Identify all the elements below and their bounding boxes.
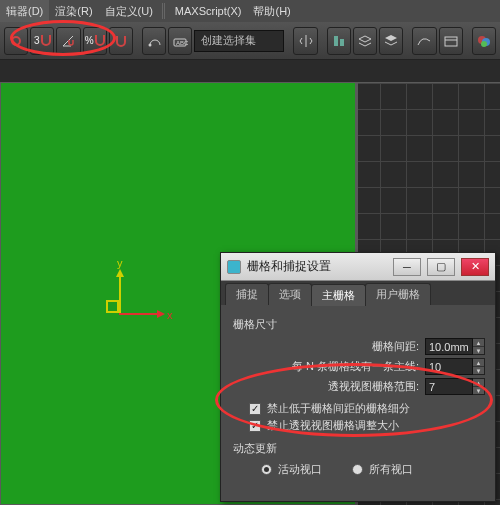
minimize-button[interactable]: ─ bbox=[393, 258, 421, 276]
persp-extent-spinner[interactable]: ▲▼ bbox=[425, 378, 485, 395]
axis-x-label: x bbox=[167, 309, 173, 321]
spinner-arrows-icon[interactable]: ▲▼ bbox=[473, 378, 485, 395]
percent-snap-button[interactable]: % bbox=[83, 27, 107, 55]
svg-point-10 bbox=[481, 41, 487, 47]
selection-set-input[interactable] bbox=[194, 30, 284, 52]
angle-magnet-icon bbox=[60, 33, 76, 49]
menu-maxscript[interactable]: MAXScript(X) bbox=[169, 0, 248, 22]
percent-label: % bbox=[85, 35, 94, 46]
inhibit-persp-resize-label: 禁止透视视图栅格调整大小 bbox=[267, 418, 399, 433]
snap-3-label: 3 bbox=[34, 35, 40, 46]
named-selection-button[interactable]: ABC bbox=[168, 27, 192, 55]
svg-rect-4 bbox=[334, 36, 338, 46]
grid-snap-settings-dialog: 栅格和捕捉设置 ─ ▢ ✕ 捕捉 选项 主栅格 用户栅格 栅格尺寸 栅格间距: … bbox=[220, 252, 496, 502]
tab-options[interactable]: 选项 bbox=[268, 283, 312, 305]
angle-snap-button[interactable] bbox=[56, 27, 80, 55]
spinner-arrows-icon[interactable]: ▲▼ bbox=[473, 338, 485, 355]
main-toolbar: 3 % ABC bbox=[0, 22, 500, 60]
menu-help[interactable]: 帮助(H) bbox=[247, 0, 296, 22]
magnet-icon bbox=[95, 34, 105, 48]
inhibit-persp-resize-checkbox[interactable]: ✓ bbox=[249, 420, 261, 432]
dialog-tabs: 捕捉 选项 主栅格 用户栅格 bbox=[221, 281, 495, 305]
tab-home-grid[interactable]: 主栅格 bbox=[311, 284, 366, 306]
spinner-snap-button[interactable] bbox=[109, 27, 133, 55]
menu-editor[interactable]: 辑器(D) bbox=[0, 0, 49, 22]
svg-point-0 bbox=[12, 37, 20, 45]
menu-customize[interactable]: 自定义(U) bbox=[99, 0, 159, 22]
layers-button[interactable] bbox=[353, 27, 377, 55]
grid-spacing-spinner[interactable]: ▲▼ bbox=[425, 338, 485, 355]
menu-bar: 辑器(D) 渲染(R) 自定义(U) MAXScript(X) 帮助(H) bbox=[0, 0, 500, 22]
spinner-arrows-icon[interactable]: ▲▼ bbox=[473, 358, 485, 375]
dialog-title-text: 栅格和捕捉设置 bbox=[247, 258, 331, 275]
persp-extent-input[interactable] bbox=[425, 378, 473, 395]
snap-3d-button[interactable]: 3 bbox=[30, 27, 54, 55]
nth-line-input[interactable] bbox=[425, 358, 473, 375]
grid-spacing-input[interactable] bbox=[425, 338, 473, 355]
layer-manager-button[interactable] bbox=[379, 27, 403, 55]
svg-rect-5 bbox=[340, 39, 344, 46]
radio-all-label: 所有视口 bbox=[369, 462, 413, 477]
align-button[interactable] bbox=[327, 27, 351, 55]
axis-y-label: y bbox=[117, 257, 123, 269]
radio-active-viewport[interactable]: 活动视口 bbox=[261, 462, 322, 477]
menu-render[interactable]: 渲染(R) bbox=[49, 0, 98, 22]
svg-text:ABC: ABC bbox=[176, 40, 188, 46]
radio-all-viewports[interactable]: 所有视口 bbox=[352, 462, 413, 477]
schematic-view-button[interactable] bbox=[439, 27, 463, 55]
snap-toggle-button[interactable] bbox=[4, 27, 28, 55]
menu-grip bbox=[162, 3, 166, 19]
dialog-body: 栅格尺寸 栅格间距: ▲▼ 每 N 条栅格线有一条主线: ▲▼ 透视视图栅格范围… bbox=[221, 305, 495, 485]
mirror-button[interactable] bbox=[293, 27, 317, 55]
persp-extent-label: 透视视图栅格范围: bbox=[328, 379, 419, 394]
maximize-button[interactable]: ▢ bbox=[427, 258, 455, 276]
dynamic-update-label: 动态更新 bbox=[233, 441, 485, 456]
dialog-app-icon bbox=[227, 260, 241, 274]
svg-point-1 bbox=[149, 43, 152, 46]
tab-snap[interactable]: 捕捉 bbox=[225, 283, 269, 305]
svg-rect-6 bbox=[445, 37, 457, 46]
magnet-icon bbox=[113, 33, 129, 49]
radio-icon bbox=[352, 464, 363, 475]
dialog-titlebar[interactable]: 栅格和捕捉设置 ─ ▢ ✕ bbox=[221, 253, 495, 281]
tab-user-grid[interactable]: 用户栅格 bbox=[365, 283, 431, 305]
edged-faces-button[interactable] bbox=[142, 27, 166, 55]
grid-spacing-label: 栅格间距: bbox=[372, 339, 419, 354]
inhibit-subdiv-label: 禁止低于栅格间距的栅格细分 bbox=[267, 401, 410, 416]
close-button[interactable]: ✕ bbox=[461, 258, 489, 276]
curve-editor-button[interactable] bbox=[412, 27, 436, 55]
radio-active-label: 活动视口 bbox=[278, 462, 322, 477]
material-editor-button[interactable] bbox=[472, 27, 496, 55]
radio-icon bbox=[261, 464, 272, 475]
magnet-icon bbox=[41, 34, 51, 48]
inhibit-subdiv-checkbox[interactable]: ✓ bbox=[249, 403, 261, 415]
grid-size-group-label: 栅格尺寸 bbox=[233, 317, 485, 332]
nth-line-label: 每 N 条栅格线有一条主线: bbox=[292, 359, 419, 374]
nth-line-spinner[interactable]: ▲▼ bbox=[425, 358, 485, 375]
